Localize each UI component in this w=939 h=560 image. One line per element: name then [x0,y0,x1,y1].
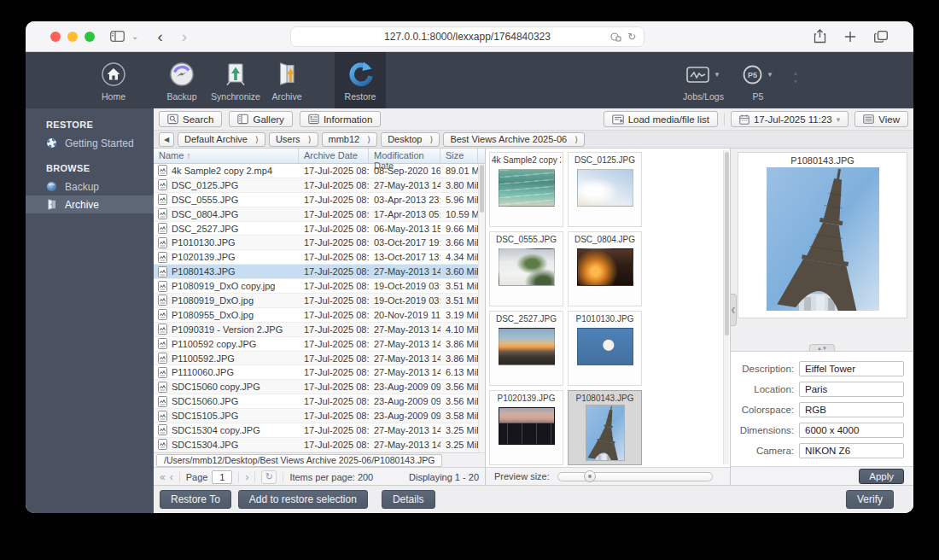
gallery-thumb[interactable]: DSC_0804.JPG [568,231,642,306]
gallery-scrollbar-thumb[interactable] [725,152,729,335]
table-row[interactable]: P1100592 copy.JPG17-Jul-2025 08:4427-May… [154,337,485,352]
breadcrumb-item[interactable]: Default Archive⟩ [178,132,265,147]
column-header-modification-date[interactable]: Modification Date [369,149,440,163]
table-row[interactable]: P1090319 - Version 2.JPG17-Jul-2025 08:4… [154,323,485,337]
breadcrumb-back-button[interactable]: ◀ [159,132,174,147]
action-button[interactable]: Restore To [160,490,231,509]
sidebar-toggle-icon[interactable] [110,31,125,42]
gallery-thumb[interactable]: P1080143.JPG [568,390,642,465]
gallery-thumb[interactable]: P1010130.JPG [568,311,642,386]
p5-dropdown-icon[interactable]: ▼ [767,71,773,79]
column-header-archive-date[interactable]: Archive Date [299,149,369,163]
file-name-cell: P1080919_DxO.jpg [154,295,299,306]
share-icon[interactable] [814,29,826,44]
archive-date-cell: 17-Jul-2025 08:44 [299,224,369,234]
metadata-input[interactable] [799,402,904,417]
table-row[interactable]: P1100592.JPG17-Jul-2025 08:4427-May-2013… [154,352,485,366]
toolbar-backup-button[interactable]: Backup [154,52,210,108]
action-button[interactable]: Add to restore selection [238,490,368,509]
previous-page-button[interactable]: ‹ [170,471,173,483]
metadata-input[interactable] [799,361,904,376]
back-button[interactable]: ‹ [157,28,162,44]
zoom-window-button[interactable] [85,32,95,42]
table-scrollbar[interactable] [478,164,485,452]
table-row[interactable]: DSC_0555.JPG17-Jul-2025 08:4403-Apr-2013… [154,193,485,207]
breadcrumb-item[interactable]: Best Views Archive 2025-06⟩ [443,132,585,147]
table-row[interactable]: DSC_0125.JPG17-Jul-2025 08:4427-May-2013… [154,178,485,193]
table-row[interactable]: P1080143.JPG17-Jul-2025 08:4427-May-2013… [154,265,485,279]
refresh-button[interactable]: ↻ [261,470,277,484]
table-row[interactable]: P1010130.JPG17-Jul-2025 08:4403-Oct-2017… [154,236,485,250]
table-row[interactable]: SDC15304 copy.JPG17-Jul-2025 08:4427-May… [154,423,485,438]
breadcrumb-label: Best Views Archive 2025-06 [450,134,567,144]
date-picker-button[interactable]: 17-Jul-2025 11:23 ▾ [731,111,849,127]
sidebar-chevron-icon[interactable]: ⌄ [131,32,138,41]
table-row[interactable]: DSC_2527.JPG17-Jul-2025 08:4406-May-2013… [154,222,485,236]
tab-overview-icon[interactable] [874,31,888,43]
toolbar-restore-button[interactable]: Restore [335,52,386,108]
search-button[interactable]: Search [159,111,222,127]
sidebar-item-backup[interactable]: Backup [26,178,154,195]
breadcrumb-item[interactable]: mmb12⟩ [322,132,378,147]
toolbar-home-button[interactable]: Home [85,52,142,108]
information-button[interactable]: Information [300,111,382,127]
table-row[interactable]: P1110060.JPG17-Jul-2025 08:4427-May-2013… [154,365,485,380]
action-button[interactable]: Details [382,490,435,509]
gallery-thumb[interactable]: DSC_2527.JPG [489,311,563,386]
table-row[interactable]: SDC15060.JPG17-Jul-2025 08:4423-Aug-2009… [154,394,485,409]
page-label: Page [186,472,208,482]
next-page-button[interactable]: › [245,471,248,483]
new-tab-icon[interactable] [844,31,856,43]
column-header-size[interactable]: Size [440,149,478,163]
breadcrumb-item[interactable]: Users⟩ [269,132,318,147]
jobs-logs-icon: ▼ [686,59,720,90]
page-input[interactable] [212,470,232,484]
sidebar-item-getting-started[interactable]: Getting Started [26,134,154,152]
form-collapse-handle[interactable]: ▲▼ [809,344,835,351]
table-row[interactable]: SDC15304.JPG17-Jul-2025 08:4427-May-2013… [154,438,485,452]
gallery-thumb[interactable]: 4k Sample2 copy 2. [489,152,563,227]
apply-button[interactable]: Apply [859,469,904,484]
table-row[interactable]: DSC_0804.JPG17-Jul-2025 08:4417-Apr-2013… [154,207,485,222]
gallery-button[interactable]: Gallery [229,111,292,127]
slider-knob[interactable] [584,470,596,482]
privacy-icon[interactable] [610,32,621,43]
reload-icon[interactable]: ↻ [627,31,636,43]
table-row[interactable]: P1080955_DxO.jpg17-Jul-2025 08:4420-Nov-… [154,308,485,323]
p5-button[interactable]: P5 ▼ P5 [734,52,782,108]
gallery-thumb[interactable]: P1020139.JPG [489,390,563,465]
close-window-button[interactable] [50,32,61,42]
toolbar-archive-button[interactable]: Archive [261,52,312,108]
gallery-thumb[interactable]: DSC_0125.JPG [568,152,642,227]
metadata-label: Colorspace: [731,405,799,415]
table-row[interactable]: P1080919_DxO.jpg17-Jul-2025 08:4419-Oct-… [154,294,485,308]
minimize-window-button[interactable] [67,32,78,42]
view-button[interactable]: View [854,111,908,127]
table-row[interactable]: SDC15060 copy.JPG17-Jul-2025 08:4423-Aug… [154,380,485,394]
metadata-input[interactable] [799,382,904,397]
table-scrollbar-thumb[interactable] [480,165,484,213]
url-bar[interactable]: 127.0.0.1:8000/lexxapp/1764840323 ↻ [290,26,644,47]
gallery-scrollbar[interactable] [723,150,729,464]
verify-button[interactable]: Verify [846,490,894,509]
preview-size-slider[interactable] [557,472,713,481]
metadata-input[interactable] [799,443,904,458]
modification-date-cell: 27-May-2013 14:27 [369,353,440,364]
first-page-button[interactable]: « [160,471,166,483]
toolbar-synchronize-button[interactable]: Synchronize [210,52,261,108]
breadcrumb-item[interactable]: Desktop⟩ [381,132,440,147]
column-header-name[interactable]: Name↑ [154,149,299,163]
table-row[interactable]: P1020139.JPG17-Jul-2025 08:4413-Oct-2017… [154,250,485,265]
table-row[interactable]: 4k Sample2 copy 2.mp417-Jul-2025 08:4408… [154,164,485,178]
metadata-input[interactable] [799,423,904,438]
table-row[interactable]: P1080919_DxO copy.jpg17-Jul-2025 08:4419… [154,279,485,294]
sidebar-item-archive[interactable]: Archive [26,195,154,213]
table-row[interactable]: SDC15105.JPG17-Jul-2025 08:4423-Aug-2009… [154,409,485,423]
forward-button[interactable]: › [182,28,187,44]
selected-file-path[interactable]: /Users/mmb12/Desktop/Best Views Archive … [156,454,442,467]
file-name: P1080143.JPG [172,266,236,277]
jobs-logs-button[interactable]: ▼ Jobs/Logs [673,52,734,108]
load-media-button[interactable]: Load media/file list [604,111,718,127]
gallery-thumb[interactable]: DSC_0555.JPG [489,231,563,306]
jobs-logs-dropdown-icon[interactable]: ▼ [714,71,720,79]
